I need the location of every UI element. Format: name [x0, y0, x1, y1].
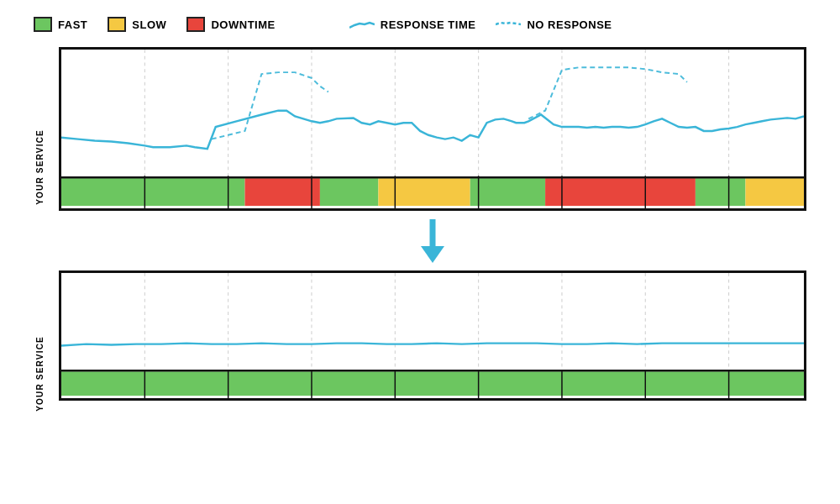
- chart2-wrapper: YOUR SERVICE: [34, 270, 806, 401]
- chart1-svg: [61, 50, 804, 208]
- chart2-label: YOUR SERVICE: [35, 336, 45, 412]
- legend-fast: FAST: [34, 17, 87, 32]
- svg-rect-8: [61, 178, 245, 206]
- svg-rect-36: [61, 371, 804, 396]
- svg-rect-15: [745, 178, 804, 206]
- svg-rect-11: [378, 178, 470, 206]
- svg-rect-10: [320, 178, 379, 206]
- legend-response-time: RESPONSE TIME: [349, 17, 476, 32]
- down-arrow-container: [59, 219, 806, 265]
- no-response-line-box: [496, 17, 521, 32]
- chart1-label: YOUR SERVICE: [35, 129, 45, 205]
- response-time-line-box: [349, 17, 375, 32]
- fast-label: FAST: [58, 18, 87, 31]
- svg-rect-12: [470, 178, 545, 206]
- downtime-label: DOWNTIME: [211, 18, 275, 31]
- svg-rect-13: [545, 178, 696, 206]
- legend: FAST SLOW DOWNTIME RESPONSE TIME NO RESP…: [34, 17, 806, 32]
- slow-color-box: [108, 17, 126, 32]
- no-response-label: NO RESPONSE: [527, 18, 612, 31]
- svg-rect-14: [696, 178, 746, 206]
- fast-color-box: [34, 17, 52, 32]
- legend-no-response: NO RESPONSE: [496, 17, 612, 32]
- down-arrow-icon: [416, 219, 449, 265]
- response-time-label: RESPONSE TIME: [381, 18, 476, 31]
- legend-downtime: DOWNTIME: [186, 17, 275, 32]
- chart1-area: [59, 47, 806, 211]
- chart1-wrapper: YOUR SERVICE: [34, 47, 806, 211]
- chart2-svg: [61, 273, 804, 398]
- svg-rect-9: [245, 178, 320, 206]
- slow-label: SLOW: [132, 18, 166, 31]
- svg-marker-27: [421, 246, 444, 263]
- downtime-color-box: [186, 17, 205, 32]
- legend-slow: SLOW: [108, 17, 166, 32]
- chart2-area: [59, 270, 806, 401]
